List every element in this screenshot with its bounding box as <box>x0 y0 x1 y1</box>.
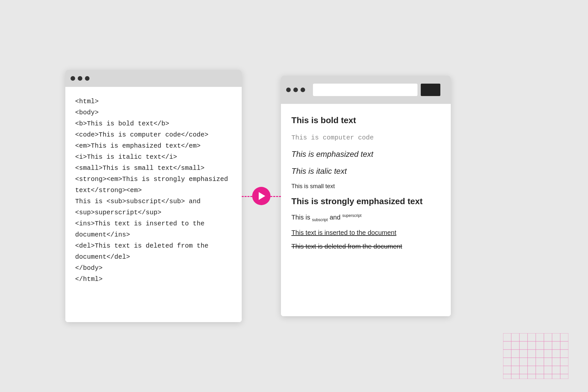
code-titlebar <box>65 70 242 87</box>
address-bar <box>308 80 446 99</box>
preview-del-text: This text is deleted from the document <box>291 242 440 251</box>
url-input[interactable] <box>313 84 417 96</box>
preview-dot-1 <box>286 88 291 92</box>
preview-dot-2 <box>293 88 298 92</box>
preview-italic-text: This is italic text <box>291 164 440 178</box>
traffic-dot-3 <box>85 76 90 81</box>
code-line-10: <ins>This text is inserted to the docume… <box>75 218 232 240</box>
code-line-8: <strong><em>This is strongly emphasized … <box>75 174 232 196</box>
code-line-2: <body> <box>75 107 232 118</box>
preview-sub-sup-text: This is subscript and superscript <box>291 212 440 223</box>
code-line-5: <em>This is emphasized text</em> <box>75 140 232 152</box>
go-button[interactable] <box>421 84 440 96</box>
preview-dot-3 <box>301 88 305 92</box>
code-line-7: <small>This is small text</small> <box>75 163 232 174</box>
preview-ins-text: This text is inserted to the document <box>291 228 440 237</box>
main-container: <html> <body> <b>This is bold text</b> <… <box>65 70 523 322</box>
superscript-text: superscript <box>342 213 362 218</box>
preview-strong-text: This is strongly emphasized text <box>291 196 440 207</box>
preview-window: This is bold text This is computer code … <box>281 76 451 316</box>
code-line-1: <html> <box>75 96 232 107</box>
code-line-9: This is <sub>subscript</sub> and <sup>su… <box>75 196 232 218</box>
code-line-11: <del>This text is deleted from the docum… <box>75 240 232 263</box>
code-editor-window: <html> <body> <b>This is bold text</b> <… <box>65 70 242 322</box>
play-icon <box>259 192 265 200</box>
preview-content: This is bold text This is computer code … <box>281 104 451 316</box>
preview-em-text: This is emphasized text <box>291 147 440 161</box>
connector-area <box>242 187 281 205</box>
code-line-6: <i>This is italic text</i> <box>75 152 232 163</box>
code-line-12: </body> <box>75 263 232 274</box>
code-line-3: <b>This is bold text</b> <box>75 118 232 129</box>
preview-small-text: This is small text <box>291 181 440 192</box>
preview-code-text: This is computer code <box>291 132 440 143</box>
preview-bold-text: This is bold text <box>291 113 440 128</box>
sub-sup-prefix: This is <box>291 214 312 221</box>
play-button[interactable] <box>252 187 270 205</box>
subscript-text: subscript <box>312 218 328 222</box>
traffic-dot-1 <box>71 76 75 81</box>
code-line-4: <code>This is computer code</code> <box>75 129 232 140</box>
grid-decoration <box>503 333 568 379</box>
sub-sup-middle: and <box>328 214 342 221</box>
traffic-dot-2 <box>78 76 82 81</box>
preview-titlebar <box>281 76 451 104</box>
code-line-13: </html> <box>75 274 232 285</box>
code-content: <html> <body> <b>This is bold text</b> <… <box>65 87 242 322</box>
